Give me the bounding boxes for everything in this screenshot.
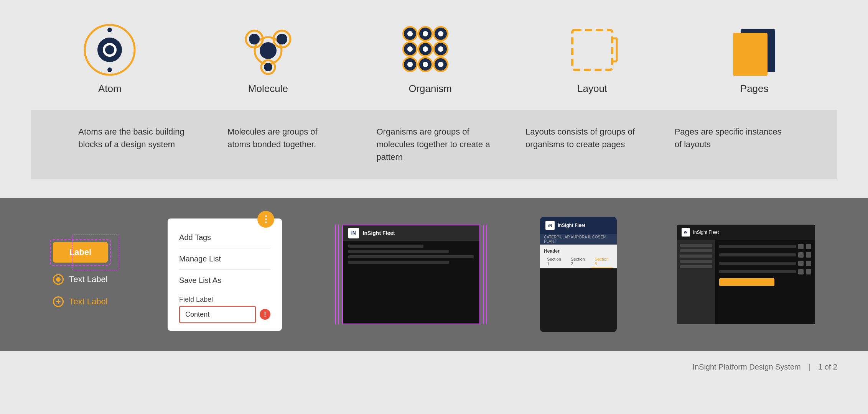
pages-row-label-3 (719, 262, 796, 265)
pages-row-edit-4[interactable] (798, 269, 804, 274)
molecule-menu-button[interactable]: ⋮ (257, 211, 274, 228)
pages-sidebar-item-2 (680, 249, 712, 252)
svg-point-30 (423, 62, 428, 67)
svg-point-25 (438, 31, 443, 36)
molecule-menu-items: Add Tags Manage List Save List As (179, 230, 270, 288)
svg-point-26 (407, 46, 413, 52)
organism-icon-item: Organism (399, 23, 461, 95)
pages-row-label-2 (719, 253, 796, 256)
field-input-row: ! (179, 306, 270, 323)
atom-label: Atom (98, 83, 122, 95)
pages-row-label-4 (719, 270, 796, 273)
organism-content (343, 241, 479, 324)
layout-tabs: Section 1 Section 2 Section 3 (540, 255, 617, 268)
pages-sidebar-item-4 (680, 260, 712, 263)
layout-tab-3[interactable]: Section 3 (591, 255, 613, 268)
layout-svg-icon (565, 23, 619, 77)
organism-desc: Organisms are groups of molecules togeth… (376, 125, 491, 163)
pages-header: iN InSight Fleet (677, 225, 815, 240)
layout-nav-title: InSight Fleet (558, 223, 585, 228)
organism-svg-icon (399, 23, 461, 77)
previews-row: Label Text Label + Text Label ⋮ Add Tags… (31, 217, 837, 332)
svg-point-24 (423, 31, 428, 36)
svg-point-13 (264, 63, 272, 71)
pages-row-delete-3[interactable] (806, 261, 811, 266)
molecule-label: Molecule (248, 83, 288, 95)
svg-point-5 (107, 67, 112, 72)
layout-tab-1[interactable]: Section 1 (544, 255, 565, 268)
footer-brand: InSight Platform Design System (692, 363, 800, 371)
pages-main-row-1 (719, 244, 811, 249)
svg-rect-37 (733, 33, 768, 76)
atom-svg-icon (83, 23, 137, 77)
org-pink-line-right-1 (486, 225, 487, 324)
molecule-icon-item: Molecule (241, 23, 295, 95)
organism-title: InSight Fleet (363, 230, 395, 236)
pages-content (677, 240, 815, 324)
pages-row-delete-1[interactable] (806, 244, 811, 249)
add-row: + Text Label (53, 296, 107, 307)
pages-icon-item: Pages (724, 23, 785, 95)
pages-logo: iN (682, 228, 690, 237)
pages-main-row-3 (719, 261, 811, 266)
pages-row-edit-2[interactable] (798, 252, 804, 258)
pages-row-delete-4[interactable] (806, 269, 811, 274)
radio-circle (53, 274, 64, 285)
footer: InSight Platform Design System | 1 of 2 (0, 351, 868, 383)
pages-orange-bar (719, 278, 774, 286)
pages-row-edit-1[interactable] (798, 244, 804, 249)
org-line-4 (348, 261, 449, 264)
layout-label: Layout (577, 83, 607, 95)
layout-tab-2[interactable]: Section 2 (568, 255, 589, 268)
pages-sidebar-item-5 (680, 265, 712, 268)
pages-title: InSight Fleet (693, 230, 719, 235)
pages-row-edit-3[interactable] (798, 261, 804, 266)
pages-row-delete-2[interactable] (806, 252, 811, 258)
field-input[interactable] (179, 306, 256, 323)
add-circle: + (53, 296, 64, 307)
dark-section: Label Text Label + Text Label ⋮ Add Tags… (0, 198, 868, 351)
svg-point-3 (105, 45, 114, 54)
organism-container: iN InSight Fleet (342, 225, 480, 324)
layout-preview: iN InSight Fleet CATERPILLAR AURORA IL C… (540, 217, 617, 332)
pages-sidebar (677, 240, 715, 324)
radio-row: Text Label (53, 274, 107, 285)
field-section: Field Label ! (179, 296, 270, 323)
field-label: Field Label (179, 296, 270, 304)
organism-logo: iN (348, 228, 359, 238)
org-line-3 (348, 255, 474, 258)
layout-icon-item: Layout (565, 23, 619, 95)
menu-item-manage-list[interactable]: Manage List (179, 251, 270, 266)
pages-preview: iN InSight Fleet (677, 225, 815, 324)
svg-rect-32 (572, 30, 612, 70)
svg-point-29 (407, 62, 413, 67)
svg-point-9 (249, 34, 260, 44)
divider-1 (179, 248, 270, 248)
top-section: Atom Molecule (0, 0, 868, 194)
layout-body (540, 268, 617, 332)
label-button[interactable]: Label (53, 242, 107, 263)
atom-icon-item: Atom (83, 23, 137, 95)
molecule-preview: ⋮ Add Tags Manage List Save List As Fiel… (168, 219, 282, 331)
pages-sidebar-item-3 (680, 255, 712, 258)
pages-desc: Pages are specific instances of layouts (675, 125, 790, 163)
org-pink-line-left-2 (338, 225, 339, 324)
layout-header-label: Header (540, 245, 617, 255)
menu-item-save-list-as[interactable]: Save List As (179, 273, 270, 288)
add-label: Text Label (69, 297, 107, 307)
svg-point-23 (407, 31, 413, 36)
error-icon: ! (260, 309, 270, 320)
svg-point-7 (260, 42, 277, 59)
footer-divider: | (809, 363, 810, 371)
menu-item-add-tags[interactable]: Add Tags (179, 230, 270, 245)
atom-preview: Label Text Label + Text Label (53, 242, 107, 307)
svg-point-27 (423, 46, 428, 52)
org-pink-line-right-2 (483, 225, 484, 324)
pages-main (715, 240, 815, 324)
organism-preview: iN InSight Fleet (342, 225, 480, 324)
layout-subtitle: CATERPILLAR AURORA IL COSEN PLANT (540, 234, 617, 245)
footer-page-info: 1 of 2 (818, 363, 837, 371)
organism-label: Organism (408, 83, 452, 95)
layout-logo: iN (545, 221, 555, 230)
pages-main-row-4 (719, 269, 811, 274)
